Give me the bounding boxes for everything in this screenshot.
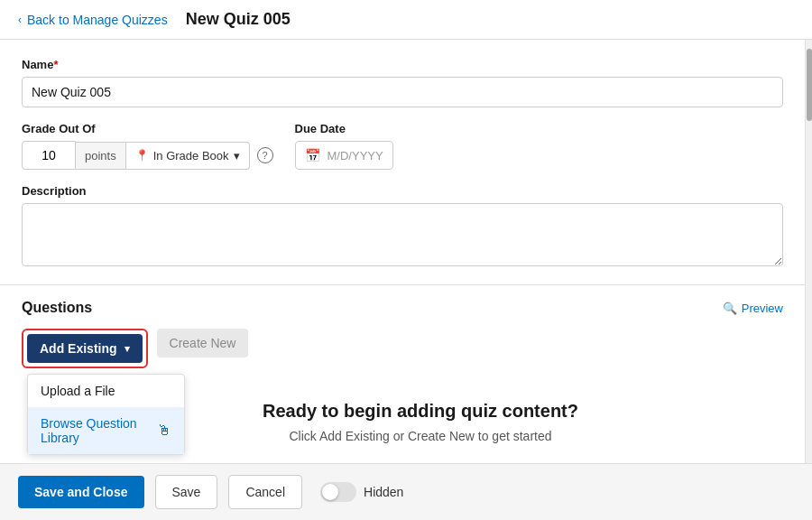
hidden-toggle[interactable] [320,482,356,502]
required-indicator: * [53,58,58,71]
due-date-input[interactable]: 📅 M/D/YYYY [295,141,393,170]
add-existing-button[interactable]: Add Existing ▾ [27,334,143,363]
upload-file-label: Upload a File [41,384,115,398]
grade-book-label: In Grade Book [153,149,229,162]
section-divider [0,284,805,285]
preview-button[interactable]: 🔍 Preview [723,302,783,315]
questions-title: Questions [22,300,92,316]
description-label: Description [22,184,783,198]
name-label: Name* [22,58,783,71]
dropdown-container: Add Existing ▾ Upload a File Browse Ques… [22,329,148,368]
scrollbar-thumb[interactable] [807,49,812,121]
questions-section-header: Questions 🔍 Preview [22,300,783,316]
cancel-button[interactable]: Cancel [228,475,302,509]
questions-btn-row: Add Existing ▾ Upload a File Browse Ques… [22,329,783,368]
grade-book-button[interactable]: 📍 In Grade Book ▾ [126,142,250,170]
footer: Save and Close Save Cancel Hidden [0,463,812,520]
header-bar: ‹ Back to Manage Quizzes New Quiz 005 [0,0,812,40]
grade-due-row: Grade Out Of points 📍 In Grade Book ▾ ? … [22,122,783,170]
save-label: Save [172,485,201,499]
chevron-left-icon: ‹ [18,14,22,26]
grade-inner: points 📍 In Grade Book ▾ ? [22,141,273,170]
page-title: New Quiz 005 [186,10,291,29]
pin-icon: 📍 [135,149,149,162]
upload-file-item[interactable]: Upload a File [28,375,184,407]
description-input[interactable] [22,203,783,266]
hidden-toggle-group: Hidden [320,482,403,502]
preview-label: Preview [742,302,783,315]
chevron-down-icon: ▾ [125,343,130,355]
name-field-group: Name* [22,58,783,107]
due-date-placeholder: M/D/YYYY [328,149,383,162]
create-new-button[interactable]: Create New [157,329,249,358]
description-field-group: Description [22,184,783,270]
cursor-icon: 🖱 [157,422,171,439]
toggle-thumb [322,484,338,500]
browse-library-label: Browse Question Library [41,416,152,445]
add-existing-dropdown: Upload a File Browse Question Library 🖱 [27,374,185,455]
create-new-label: Create New [170,336,236,350]
save-close-label: Save and Close [34,485,128,499]
help-icon[interactable]: ? [257,147,273,163]
browse-question-library-item[interactable]: Browse Question Library 🖱 [28,407,184,454]
grade-input[interactable] [22,141,76,170]
due-date-label: Due Date [295,122,393,135]
main-content: Name* Grade Out Of points 📍 In Grade Boo… [0,40,812,463]
name-input[interactable] [22,77,783,107]
save-and-close-button[interactable]: Save and Close [18,476,144,508]
hidden-label: Hidden [364,485,403,499]
due-date-group: Due Date 📅 M/D/YYYY [295,122,393,170]
back-link-label: Back to Manage Quizzes [27,13,168,27]
preview-icon: 🔍 [723,302,737,315]
cancel-label: Cancel [245,485,285,499]
points-label: points [76,142,126,170]
chevron-down-icon: ▾ [234,149,240,162]
calendar-icon: 📅 [305,148,320,162]
save-button[interactable]: Save [155,475,218,509]
grade-group: Grade Out Of points 📍 In Grade Book ▾ ? [22,122,273,170]
form-area: Name* Grade Out Of points 📍 In Grade Boo… [0,40,805,463]
back-to-quizzes-link[interactable]: ‹ Back to Manage Quizzes [18,13,168,27]
add-existing-label: Add Existing [40,341,117,356]
scrollbar[interactable] [805,40,812,463]
grade-label: Grade Out Of [22,122,273,135]
